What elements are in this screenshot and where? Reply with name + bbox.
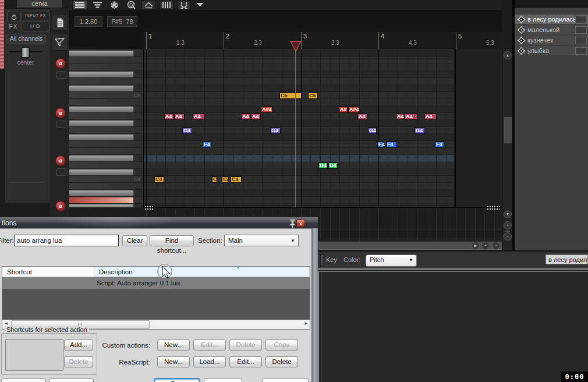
- black-key-bar[interactable]: [69, 169, 134, 175]
- track-row[interactable]: кузнечек: [515, 36, 588, 45]
- reascript-load-button[interactable]: Load...: [193, 356, 226, 367]
- input-fx-button[interactable]: INPUT FX: [22, 12, 49, 20]
- run-button[interactable]: Run: [154, 378, 200, 382]
- shortcut-listbox[interactable]: [5, 339, 63, 371]
- run-close-button[interactable]: Run/close: [204, 379, 242, 382]
- automation-icon[interactable]: a: [55, 155, 66, 166]
- midi-note-A4[interactable]: A4: [174, 114, 185, 120]
- column-header-shortcut[interactable]: Shortcut: [2, 267, 94, 277]
- custom-action-edit-button[interactable]: Edit...: [193, 339, 226, 351]
- midi-note-A4[interactable]: A4: [396, 114, 403, 120]
- black-key-bar[interactable]: [69, 135, 134, 140]
- item-edge-handle-left[interactable]: [144, 206, 153, 210]
- piano-key-D5[interactable]: [69, 78, 143, 85]
- midi-note-A4[interactable]: A4: [357, 114, 367, 120]
- midi-note-C4[interactable]: C4: [222, 176, 228, 183]
- track-checkbox[interactable]: [575, 16, 587, 23]
- scroll-left-icon[interactable]: ◄: [4, 321, 9, 326]
- event-filter-button[interactable]: [52, 34, 68, 51]
- midi-note-A#4[interactable]: A#4: [261, 107, 272, 113]
- black-key-bar[interactable]: [69, 204, 134, 207]
- midi-note-A4[interactable]: A4: [164, 114, 173, 120]
- piano-key-A4[interactable]: [69, 113, 143, 120]
- piano-key-D#5[interactable]: [69, 71, 143, 78]
- midi-note-C4[interactable]: C4: [154, 176, 164, 183]
- dialog-titlebar[interactable]: tions x: [0, 217, 318, 228]
- menu-icon[interactable]: [72, 0, 87, 10]
- midi-note-G4[interactable]: G4: [415, 128, 425, 134]
- black-key-bar[interactable]: [69, 86, 134, 91]
- black-key-bar[interactable]: [69, 155, 134, 161]
- grid-bars-icon[interactable]: [160, 0, 173, 10]
- piano-key-A#4[interactable]: [69, 106, 143, 113]
- dropdown-arrow-icon[interactable]: [194, 1, 206, 9]
- track-checkbox[interactable]: [575, 26, 587, 34]
- vzoom-in-icon[interactable]: +: [504, 221, 512, 229]
- track-checkbox[interactable]: [575, 37, 587, 44]
- midi-note-A4[interactable]: A4: [424, 114, 437, 120]
- track-row[interactable]: маленькой: [515, 25, 588, 34]
- midi-note-A#4[interactable]: A#: [339, 107, 348, 113]
- piano-key-A#3[interactable]: [69, 190, 143, 197]
- piano-key-E4[interactable]: [69, 148, 143, 155]
- piano-key-F4[interactable]: [69, 141, 143, 148]
- piano-key-E5[interactable]: [69, 64, 143, 71]
- pan-slider-handle[interactable]: [22, 47, 30, 58]
- piano-key-B3[interactable]: [69, 183, 143, 190]
- import-export-button[interactable]: Import/export...: [1, 379, 46, 382]
- track-row[interactable]: улыбка: [515, 46, 588, 55]
- hzoom-in-icon[interactable]: +: [481, 242, 490, 250]
- vertical-scrollbar[interactable]: ▲ ▼ + −: [502, 49, 513, 250]
- piano-key-F#5[interactable]: [69, 50, 143, 57]
- hzoom-out-icon[interactable]: −: [492, 242, 500, 250]
- automation-param-box[interactable]: [56, 71, 66, 79]
- black-key-bar[interactable]: [69, 72, 134, 77]
- color-mode-dropdown[interactable]: Pitch ▼: [366, 254, 417, 267]
- io-button[interactable]: I/O: [22, 22, 49, 31]
- curve-tent-icon[interactable]: [141, 0, 156, 10]
- piano-keys[interactable]: C5C4: [69, 49, 144, 207]
- midi-note-C4[interactable]: C4: [212, 176, 217, 183]
- midi-note-A4[interactable]: A4: [405, 114, 417, 120]
- vscroll-up-icon[interactable]: ▲: [504, 51, 512, 59]
- piano-key-F5[interactable]: [69, 57, 143, 64]
- piano-key-G4[interactable]: [69, 127, 143, 134]
- vscroll-thumb[interactable]: [504, 116, 512, 144]
- track-row[interactable]: в лесу родилась: [515, 15, 588, 24]
- hscroll-right-icon[interactable]: ▶: [472, 242, 480, 250]
- midi-note-C4[interactable]: C4: [231, 176, 242, 183]
- find-shortcut-button[interactable]: Find shortcut...: [150, 235, 194, 246]
- black-key-bar[interactable]: [69, 107, 134, 112]
- midi-note-C5[interactable]: C5: [308, 93, 318, 99]
- midi-note-G4[interactable]: G4: [270, 128, 281, 134]
- quantize-q-icon[interactable]: Q: [125, 1, 138, 9]
- active-track-button[interactable]: в лесу родил: [546, 254, 588, 264]
- piano-key-G#4[interactable]: [69, 120, 143, 127]
- power-button[interactable]: [7, 12, 21, 22]
- notation-view-button[interactable]: [52, 14, 68, 31]
- section-dropdown[interactable]: Main ▼: [224, 235, 299, 246]
- piano-key-A3[interactable]: [69, 197, 143, 204]
- midi-plug-icon[interactable]: [108, 1, 121, 9]
- clear-button[interactable]: Clear: [122, 235, 147, 246]
- custom-action-new-button[interactable]: New...: [157, 339, 190, 351]
- midi-note-F4[interactable]: F4: [203, 142, 211, 148]
- menu-editor-button[interactable]: Menu editor...: [49, 379, 94, 382]
- drag-grip[interactable]: [320, 254, 324, 266]
- midi-note-D4[interactable]: D4: [328, 162, 338, 169]
- midi-note-A#4[interactable]: A#4: [348, 107, 359, 113]
- reascript-new-button[interactable]: New...: [157, 356, 190, 367]
- piano-key-C4[interactable]: C4: [69, 176, 143, 183]
- close-icon[interactable]: x: [296, 220, 305, 227]
- track-checkbox[interactable]: [575, 47, 587, 55]
- piano-key-C5[interactable]: C5: [69, 92, 143, 99]
- automation-icon[interactable]: a: [55, 201, 66, 211]
- midi-note-F4[interactable]: F4: [386, 142, 397, 148]
- note-under-cursor-display[interactable]: F#5 78: [107, 16, 137, 27]
- column-header-description[interactable]: Description: [94, 267, 310, 277]
- black-key-bar[interactable]: [69, 190, 134, 196]
- piano-key-C#4[interactable]: [69, 169, 143, 176]
- piano-key-F#4[interactable]: [69, 134, 143, 141]
- midi-note-F4[interactable]: F4: [377, 142, 384, 148]
- custom-action-copy-button[interactable]: Copy: [265, 339, 298, 351]
